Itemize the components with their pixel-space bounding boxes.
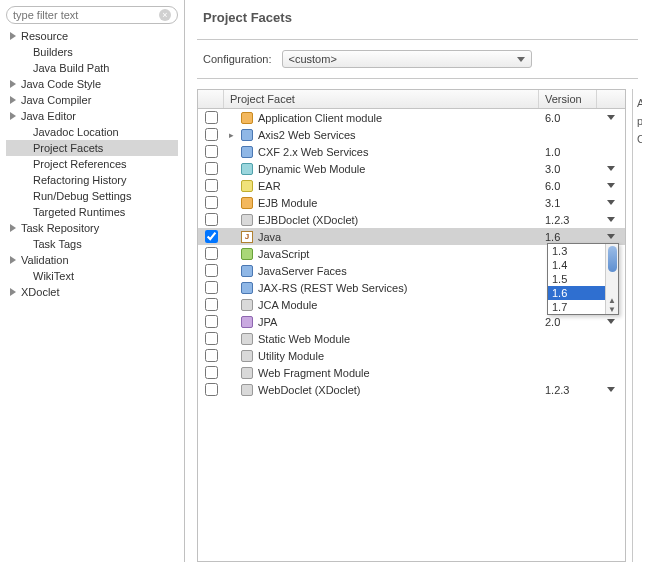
sidebar-item[interactable]: XDoclet bbox=[6, 284, 178, 300]
chevron-down-icon[interactable] bbox=[607, 183, 615, 189]
expand-icon[interactable]: ▸ bbox=[226, 130, 236, 140]
facet-checkbox[interactable] bbox=[205, 145, 218, 158]
sidebar-item[interactable]: Targeted Runtimes bbox=[6, 204, 178, 220]
chevron-down-icon[interactable] bbox=[607, 200, 615, 206]
svg-marker-15 bbox=[607, 387, 615, 392]
facet-checkbox[interactable] bbox=[205, 383, 218, 396]
expand-icon bbox=[10, 80, 18, 88]
version-dropdown[interactable]: 1.31.41.51.61.7▲▼ bbox=[547, 243, 619, 315]
scroll-down-icon[interactable]: ▼ bbox=[608, 305, 616, 314]
facet-row[interactable]: WebDoclet (XDoclet)1.2.3 bbox=[198, 381, 625, 398]
facet-icon bbox=[240, 179, 254, 193]
col-facet[interactable]: Project Facet bbox=[224, 90, 539, 108]
facet-row[interactable]: Web Fragment Module bbox=[198, 364, 625, 381]
expand-icon bbox=[10, 112, 18, 120]
sidebar-item[interactable]: Java Compiler bbox=[6, 92, 178, 108]
facet-checkbox[interactable] bbox=[205, 247, 218, 260]
version-dropdown-toggle[interactable] bbox=[597, 115, 625, 121]
table-header: Project Facet Version bbox=[198, 90, 625, 109]
sidebar-item-label: Java Editor bbox=[21, 110, 76, 122]
facet-checkbox[interactable] bbox=[205, 366, 218, 379]
filter-row[interactable]: × bbox=[6, 6, 178, 24]
facet-name: Application Client module bbox=[258, 112, 382, 124]
version-dropdown-toggle[interactable] bbox=[597, 217, 625, 223]
sidebar-item[interactable]: Java Code Style bbox=[6, 76, 178, 92]
facet-icon bbox=[240, 196, 254, 210]
facet-checkbox[interactable] bbox=[205, 213, 218, 226]
chevron-down-icon[interactable] bbox=[607, 115, 615, 121]
sidebar-item[interactable]: Builders bbox=[6, 44, 178, 60]
facet-row[interactable]: Utility Module bbox=[198, 347, 625, 364]
sidebar-item[interactable]: Project Facets bbox=[6, 140, 178, 156]
version-dropdown-toggle[interactable] bbox=[597, 319, 625, 325]
col-version[interactable]: Version bbox=[539, 90, 597, 108]
version-dropdown-toggle[interactable] bbox=[597, 166, 625, 172]
facet-checkbox[interactable] bbox=[205, 162, 218, 175]
facet-row[interactable]: Dynamic Web Module3.0 bbox=[198, 160, 625, 177]
facet-checkbox[interactable] bbox=[205, 128, 218, 141]
facet-checkbox[interactable] bbox=[205, 281, 218, 294]
chevron-down-icon[interactable] bbox=[607, 319, 615, 325]
sidebar-item[interactable]: Project References bbox=[6, 156, 178, 172]
facet-name: Axis2 Web Services bbox=[258, 129, 356, 141]
sidebar-item-label: Refactoring History bbox=[33, 174, 127, 186]
facet-checkbox[interactable] bbox=[205, 315, 218, 328]
facet-checkbox[interactable] bbox=[205, 298, 218, 311]
sidebar-item[interactable]: Javadoc Location bbox=[6, 124, 178, 140]
chevron-down-icon[interactable] bbox=[607, 217, 615, 223]
sidebar-item-label: WikiText bbox=[33, 270, 74, 282]
facet-version: 1.2.3 bbox=[539, 384, 597, 396]
sidebar-item[interactable]: Validation bbox=[6, 252, 178, 268]
facet-icon: J bbox=[240, 230, 254, 244]
facet-row[interactable]: JPA2.0 bbox=[198, 313, 625, 330]
version-dropdown-toggle[interactable] bbox=[597, 387, 625, 393]
sidebar-item[interactable]: Run/Debug Settings bbox=[6, 188, 178, 204]
facet-name: Dynamic Web Module bbox=[258, 163, 365, 175]
facet-icon bbox=[240, 281, 254, 295]
facet-version: 6.0 bbox=[539, 112, 597, 124]
facet-row[interactable]: Application Client module6.0 bbox=[198, 109, 625, 126]
facet-checkbox[interactable] bbox=[205, 349, 218, 362]
scroll-up-icon[interactable]: ▲ bbox=[608, 296, 616, 305]
facet-icon bbox=[240, 128, 254, 142]
sidebar-item[interactable]: Task Tags bbox=[6, 236, 178, 252]
version-dropdown-toggle[interactable] bbox=[597, 200, 625, 206]
facet-icon bbox=[240, 366, 254, 380]
configuration-label: Configuration: bbox=[203, 53, 272, 65]
svg-marker-7 bbox=[517, 57, 525, 62]
version-dropdown-toggle[interactable] bbox=[597, 183, 625, 189]
chevron-down-icon[interactable] bbox=[607, 234, 615, 240]
facet-row[interactable]: EJB Module3.1 bbox=[198, 194, 625, 211]
sidebar-item-label: Validation bbox=[21, 254, 69, 266]
sidebar-item[interactable]: Resource bbox=[6, 28, 178, 44]
svg-marker-0 bbox=[10, 32, 16, 40]
chevron-down-icon[interactable] bbox=[607, 387, 615, 393]
facet-row[interactable]: CXF 2.x Web Services1.0 bbox=[198, 143, 625, 160]
configuration-select[interactable]: <custom> bbox=[282, 50, 532, 68]
facet-row[interactable]: ▸Axis2 Web Services bbox=[198, 126, 625, 143]
filter-input[interactable] bbox=[13, 9, 159, 21]
facet-checkbox[interactable] bbox=[205, 230, 218, 243]
facet-checkbox[interactable] bbox=[205, 179, 218, 192]
svg-marker-10 bbox=[607, 183, 615, 188]
facet-row[interactable]: Static Web Module bbox=[198, 330, 625, 347]
divider bbox=[197, 39, 638, 40]
scrollbar-thumb[interactable] bbox=[608, 246, 617, 272]
sidebar-item[interactable]: Task Repository bbox=[6, 220, 178, 236]
clear-icon[interactable]: × bbox=[159, 9, 171, 21]
facet-row[interactable]: EJBDoclet (XDoclet)1.2.3 bbox=[198, 211, 625, 228]
facet-checkbox[interactable] bbox=[205, 196, 218, 209]
scrollbar[interactable]: ▲▼ bbox=[605, 244, 618, 314]
sidebar-item-label: Javadoc Location bbox=[33, 126, 119, 138]
version-dropdown-toggle[interactable] bbox=[597, 234, 625, 240]
sidebar-item[interactable]: Java Build Path bbox=[6, 60, 178, 76]
facet-row[interactable]: EAR6.0 bbox=[198, 177, 625, 194]
chevron-down-icon[interactable] bbox=[607, 166, 615, 172]
sidebar-item-label: Java Code Style bbox=[21, 78, 101, 90]
sidebar-item[interactable]: Java Editor bbox=[6, 108, 178, 124]
sidebar-item[interactable]: Refactoring History bbox=[6, 172, 178, 188]
facet-checkbox[interactable] bbox=[205, 264, 218, 277]
facet-checkbox[interactable] bbox=[205, 111, 218, 124]
sidebar-item[interactable]: WikiText bbox=[6, 268, 178, 284]
facet-checkbox[interactable] bbox=[205, 332, 218, 345]
